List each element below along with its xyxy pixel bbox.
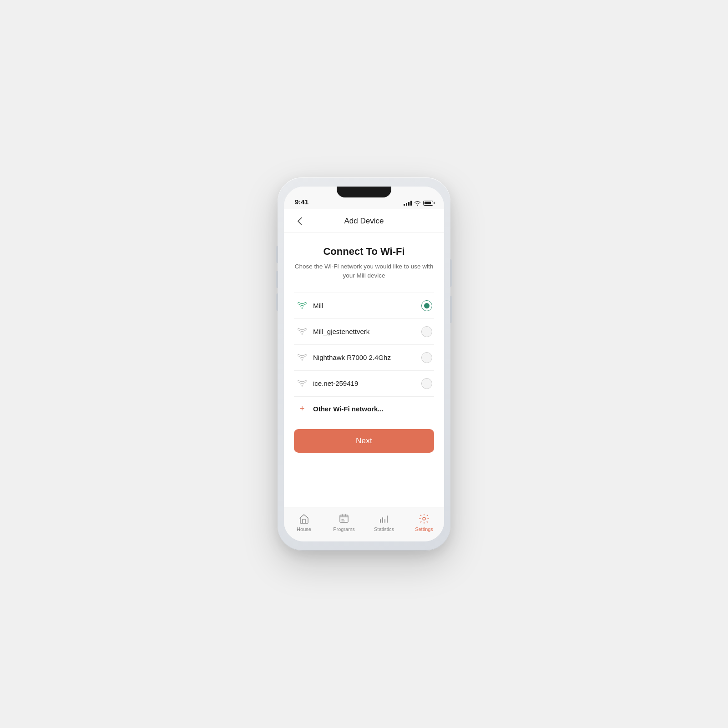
- tab-settings-label: Settings: [415, 526, 433, 532]
- wifi-network-nighthawk[interactable]: Nighthawk R7000 2.4Ghz: [294, 345, 434, 371]
- next-button[interactable]: Next: [294, 429, 434, 453]
- battery-icon: [423, 201, 433, 206]
- wifi-network-mill[interactable]: Mill: [294, 293, 434, 319]
- connect-wifi-subtitle: Chose the Wi-Fi network you would like t…: [294, 262, 434, 281]
- phone-wrapper: 9:41: [268, 168, 460, 560]
- signal-bars-icon: [404, 200, 412, 206]
- wifi-signal-icon-mill-guest: [296, 328, 308, 335]
- phone-shell: 9:41: [278, 177, 450, 551]
- radio-icenet[interactable]: [421, 378, 432, 389]
- wifi-signal-icon-icenet: [296, 380, 308, 387]
- battery-fill: [425, 202, 431, 204]
- signal-bar-3: [408, 202, 410, 206]
- signal-bar-2: [406, 203, 407, 206]
- radio-mill-guest[interactable]: [421, 326, 432, 337]
- programs-icon: [338, 513, 350, 525]
- wifi-name-icenet: ice.net-259419: [313, 379, 421, 387]
- statistics-icon: [378, 513, 390, 525]
- status-bar: 9:41: [284, 187, 444, 209]
- other-wifi-label: Other Wi-Fi network...: [313, 405, 384, 413]
- phone-screen: 9:41: [284, 187, 444, 541]
- nav-bar: Add Device: [284, 209, 444, 233]
- connect-wifi-heading: Connect To Wi-Fi: [294, 246, 434, 258]
- tab-house-label: House: [297, 526, 311, 532]
- status-time: 9:41: [295, 198, 308, 206]
- settings-icon: [418, 513, 430, 525]
- content-inner: Connect To Wi-Fi Chose the Wi-Fi network…: [284, 233, 444, 421]
- wifi-name-mill-guest: Mill_gjestenettverk: [313, 328, 421, 335]
- tab-bar: House Programs: [284, 507, 444, 541]
- house-icon: [298, 513, 310, 525]
- tab-statistics-label: Statistics: [374, 526, 394, 532]
- notch: [337, 187, 391, 197]
- svg-point-1: [423, 517, 425, 520]
- wifi-network-mill-guest[interactable]: Mill_gjestenettverk: [294, 319, 434, 345]
- signal-bar-4: [410, 201, 412, 206]
- back-button[interactable]: [292, 214, 307, 228]
- tab-settings[interactable]: Settings: [410, 513, 438, 532]
- wifi-network-list: Mill: [294, 293, 434, 421]
- tab-house[interactable]: House: [290, 513, 318, 532]
- wifi-name-mill: Mill: [313, 302, 421, 309]
- other-wifi-item[interactable]: + Other Wi-Fi network...: [294, 397, 434, 421]
- radio-mill[interactable]: [421, 300, 432, 311]
- page-title: Add Device: [344, 217, 384, 226]
- wifi-status-icon: [414, 201, 421, 206]
- signal-bar-1: [404, 204, 405, 206]
- plus-icon: +: [296, 404, 308, 414]
- radio-inner-mill: [424, 303, 430, 308]
- wifi-signal-icon-nighthawk: [296, 354, 308, 361]
- next-button-wrap: Next: [284, 421, 444, 462]
- status-icons: [404, 200, 433, 206]
- wifi-network-icenet[interactable]: ice.net-259419: [294, 371, 434, 397]
- wifi-signal-icon-mill: [296, 302, 308, 309]
- tab-programs[interactable]: Programs: [330, 513, 358, 532]
- content-area: Connect To Wi-Fi Chose the Wi-Fi network…: [284, 233, 444, 507]
- tab-statistics[interactable]: Statistics: [370, 513, 398, 532]
- radio-nighthawk[interactable]: [421, 352, 432, 363]
- tab-programs-label: Programs: [333, 526, 355, 532]
- wifi-name-nighthawk: Nighthawk R7000 2.4Ghz: [313, 354, 421, 361]
